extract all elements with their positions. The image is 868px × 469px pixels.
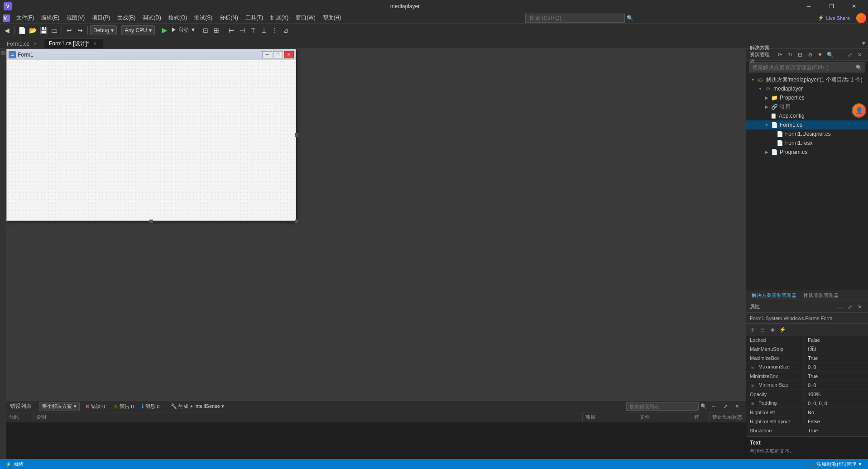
solution-search-input[interactable] <box>752 64 854 71</box>
prop-val-righttoleftlayout[interactable]: False <box>805 419 868 424</box>
resize-handle-right[interactable] <box>295 133 298 137</box>
prop-maximizebox[interactable]: MaximizeBox True <box>746 354 868 363</box>
tree-properties[interactable]: ▶ 📁 Properties <box>746 93 868 102</box>
prop-minimize[interactable]: ─ <box>835 302 844 311</box>
prop-mainmenustrip[interactable]: MainMenuStrip (无) <box>746 345 868 354</box>
sol-maximize[interactable]: ⤢ <box>845 50 854 59</box>
prop-minimumsize[interactable]: ⊞ MinimumSize 0, 0 <box>746 381 868 390</box>
form-maximize-btn[interactable]: □ <box>273 51 283 58</box>
prop-opacity[interactable]: Opacity 100% <box>746 390 868 399</box>
form-body[interactable] <box>7 60 296 220</box>
tree-form1-resx[interactable]: 📄 Form1.resx <box>746 139 868 148</box>
prop-val-opacity[interactable]: 100% <box>805 392 868 397</box>
toolbar-redo[interactable]: ↪ <box>75 25 85 35</box>
tree-program-cs[interactable]: ▶ 📄 Program.cs <box>746 148 868 157</box>
prop-close[interactable]: ✕ <box>855 302 864 311</box>
minimize-button[interactable]: ─ <box>798 0 819 13</box>
tab-form1-cs-close[interactable]: × <box>32 41 38 47</box>
prop-alpha-btn[interactable]: ⊟ <box>758 325 767 334</box>
resize-handle-br[interactable] <box>295 220 298 223</box>
sol-minimize[interactable]: ─ <box>835 50 844 59</box>
menu-project[interactable]: 项目(P) <box>88 13 114 23</box>
message-badge[interactable]: ℹ 消息 0 <box>139 402 162 410</box>
toolbar-align-top[interactable]: ⊥ <box>259 25 269 35</box>
menu-help[interactable]: 帮助(H) <box>319 13 345 23</box>
resize-handle-bottom[interactable] <box>149 220 153 223</box>
form-minimize-btn[interactable]: ─ <box>262 51 272 58</box>
user-avatar[interactable] <box>856 13 866 23</box>
prop-val-showicon[interactable]: True <box>805 428 868 433</box>
prop-val-locked[interactable]: False <box>805 337 868 343</box>
prop-val-padding[interactable]: 0, 0, 0, 0 <box>805 401 868 406</box>
prop-val-maximizebox[interactable]: True <box>805 355 868 361</box>
debug-mode-dropdown[interactable]: Debug ▾ <box>90 25 117 35</box>
tab-form1-designer-close[interactable]: × <box>92 40 98 47</box>
toolbar-back[interactable]: ◀ <box>2 25 12 35</box>
menu-tools[interactable]: 工具(T) <box>242 13 267 23</box>
toolbar-align-center[interactable]: ⊣ <box>237 25 247 35</box>
prop-maximumsize[interactable]: ⊞ MaximumSize 0, 0 <box>746 363 868 372</box>
toolbar-save-all[interactable]: 🗃 <box>49 25 59 35</box>
filter-dropdown[interactable]: 整个解决方案 ▾ <box>39 402 80 411</box>
prop-locked[interactable]: Locked False <box>746 335 868 345</box>
prop-val-mainmenustrip[interactable]: (无) <box>805 345 868 352</box>
bottom-panel-maximize[interactable]: ⤢ <box>720 402 730 412</box>
warning-badge[interactable]: ⚠ 警告 0 <box>110 402 136 410</box>
live-share-button[interactable]: ⚡ Live Share <box>814 14 854 22</box>
prop-val-righttoleft[interactable]: No <box>805 410 868 415</box>
sol-filter-btn[interactable]: ▼ <box>815 50 825 59</box>
tab-form1-cs[interactable]: Form1.cs × <box>2 38 43 48</box>
search-input[interactable] <box>525 14 625 23</box>
toolbar-undo[interactable]: ↩ <box>64 25 74 35</box>
menu-analyze[interactable]: 分析(N) <box>216 13 242 23</box>
form-window[interactable]: ☰ Form1 ─ □ ✕ <box>6 49 296 221</box>
close-button[interactable]: ✕ <box>844 0 864 13</box>
sol-collapse-btn[interactable]: ⊟ <box>796 50 805 59</box>
menu-extensions[interactable]: 扩展(X) <box>267 13 292 23</box>
restore-button[interactable]: ❐ <box>821 0 842 13</box>
prop-minimizebox[interactable]: MinimizeBox True <box>746 372 868 381</box>
status-source-control[interactable]: ➕ 添加到源代码管理 ▼ <box>806 461 864 468</box>
tree-references[interactable]: ▶ 🔗 引用 <box>746 102 868 111</box>
prop-props-btn[interactable]: ◈ <box>768 325 777 334</box>
platform-dropdown[interactable]: Any CPU ▾ <box>121 25 154 35</box>
menu-window[interactable]: 窗口(W) <box>292 13 319 23</box>
prop-events-btn[interactable]: ⚡ <box>778 325 787 334</box>
sol-close[interactable]: ✕ <box>855 50 864 59</box>
toolbar-misc-2[interactable]: ⊞ <box>211 25 221 35</box>
sol-sync-btn[interactable]: ⟳ <box>776 50 785 59</box>
menu-build[interactable]: 生成(B) <box>114 13 139 23</box>
toolbar-align-right[interactable]: ⊤ <box>248 25 258 35</box>
bottom-panel-close[interactable]: ✕ <box>732 402 742 412</box>
toolbar-distribute[interactable]: ⋮ <box>270 25 280 35</box>
prop-val-minimumsize[interactable]: 0, 0 <box>805 383 868 388</box>
build-filter[interactable]: 🔧 生成 + IntelliSense ▾ <box>168 402 226 410</box>
sol-search-btn[interactable]: 🔍 <box>825 50 834 59</box>
menu-debug[interactable]: 调试(D) <box>139 13 165 23</box>
start-button[interactable]: ▶ <box>159 25 169 35</box>
prop-righttoleft[interactable]: RightToLeft No <box>746 408 868 417</box>
status-ready[interactable]: ⚡ 就绪 <box>4 461 25 468</box>
start-label[interactable]: ▶ 启动 ▼ <box>171 26 196 34</box>
prop-val-minimizebox[interactable]: True <box>805 373 868 379</box>
prop-righttoleftlayout[interactable]: RightToLeftLayout False <box>746 417 868 426</box>
sol-settings-btn[interactable]: ⚙ <box>806 50 815 59</box>
tree-form1-cs[interactable]: ▼ 📄 Form1.cs <box>746 120 868 129</box>
tree-project[interactable]: ▼ ⚙ mediaplayer <box>746 84 868 93</box>
menu-test[interactable]: 测试(S) <box>191 13 216 23</box>
toolbar-open[interactable]: 📂 <box>28 25 38 35</box>
toolbar-size[interactable]: ⊿ <box>281 25 291 35</box>
tree-solution-root[interactable]: ▼ 🗂 解决方案'mediaplayer'(1 个项目/共 1 个) <box>746 75 868 84</box>
tree-app-config[interactable]: 📋 App.config <box>746 111 868 120</box>
menu-view[interactable]: 视图(V) <box>63 13 88 23</box>
menu-file[interactable]: 文件(F) <box>13 13 38 23</box>
prop-cat-btn[interactable]: ⊞ <box>748 325 757 334</box>
activity-bar-item[interactable] <box>1 51 5 55</box>
form-close-btn[interactable]: ✕ <box>284 51 294 58</box>
bottom-panel-minimize[interactable]: ─ <box>709 402 719 412</box>
toolbar-misc-1[interactable]: ⊡ <box>201 25 211 35</box>
toolbar-new-file[interactable]: 📄 <box>17 25 27 35</box>
solution-search-box[interactable]: 🔍 <box>749 62 865 72</box>
error-badge[interactable]: ✖ 错误 0 <box>82 402 108 410</box>
prop-val-maximumsize[interactable]: 0, 0 <box>805 364 868 370</box>
